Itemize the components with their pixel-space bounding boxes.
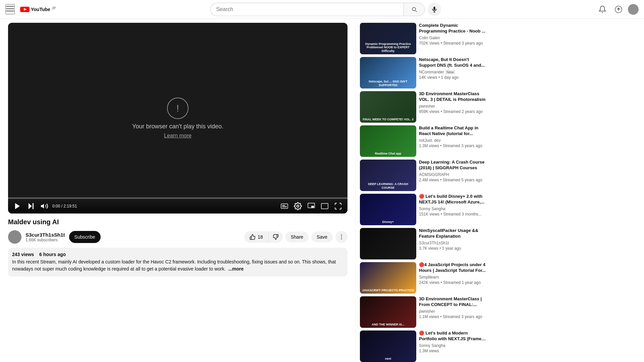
sidebar-thumbnail-3dfinal: AND THE WINNER IS... xyxy=(360,296,416,328)
like-button[interactable]: 18 xyxy=(244,231,269,243)
sidebar-thumbnail-jsprojects: JAVASCRIPT PROJECTS PRACTICE xyxy=(360,262,416,294)
svg-rect-2 xyxy=(6,11,14,11)
theater-icon xyxy=(321,202,329,210)
save-button[interactable]: Save xyxy=(311,232,333,242)
thumbnail-label-realtime: Realtime Chat app xyxy=(361,152,415,156)
search-input[interactable] xyxy=(210,3,404,16)
channel-info: S3cur3Th1sSh1t 1.66K subscribers xyxy=(25,232,65,242)
dislike-button[interactable] xyxy=(269,231,283,243)
subscribe-button[interactable]: Subscribe xyxy=(69,231,101,243)
video-title: Maldev using AI xyxy=(8,218,347,226)
microphone-icon xyxy=(431,6,438,13)
sidebar-channel-jsprojects: Simplilearn xyxy=(419,275,486,280)
sidebar-info-portfolio: 🔴 Let's build a Modern Portfolio with NE… xyxy=(419,330,486,362)
thumbnail-label-deeplearning: DEEP LEARNING: A CRASH COURSE xyxy=(361,182,415,190)
sidebar-meta-jsprojects: 242K views • Streamed 1 year ago xyxy=(419,280,486,285)
settings-button[interactable] xyxy=(292,201,303,212)
avatar-button[interactable] xyxy=(628,4,639,15)
description-content: In this recent Stream, mainly AI develop… xyxy=(12,259,336,272)
sidebar-channel-3denv: pwnisher xyxy=(419,104,486,109)
sidebar-info-disney: 🔴 Let's build Disney+ 2.0 with NEXT.JS 1… xyxy=(419,194,486,225)
sidebar-title-jsprojects: 🔴4 JavaScript Projects under 4 Hours | J… xyxy=(419,262,486,274)
sidebar-meta-deeplearning: 2.4M views • Streamed 5 years ago xyxy=(419,178,486,182)
voice-search-button[interactable] xyxy=(428,3,441,16)
fullscreen-button[interactable] xyxy=(333,201,343,212)
svg-marker-14 xyxy=(41,204,44,208)
sidebar-thumbnail-portfolio: next xyxy=(360,330,416,362)
description-more[interactable]: ...more xyxy=(228,266,244,272)
notifications-button[interactable] xyxy=(596,3,609,16)
sidebar-item-3dfinal[interactable]: AND THE WINNER IS...3D Environment Maste… xyxy=(360,296,486,328)
sidebar-meta-disney: 151K views • Streamed 3 months... xyxy=(419,212,486,217)
thumbnail-label-3dfinal: AND THE WINNER IS... xyxy=(361,323,415,326)
sidebar-item-nimsyscall[interactable]: NimSyscallPacker Usage && Feature Explan… xyxy=(360,228,486,259)
youtube-logo[interactable]: YouTube JP xyxy=(20,6,56,13)
sidebar-item-realtime[interactable]: Realtime Chat appBuild a Realtime Chat A… xyxy=(360,125,486,157)
fullscreen-icon xyxy=(334,202,342,210)
sidebar-meta-realtime: 1.3M views • Streamed 3 years ago xyxy=(419,143,486,148)
thumbs-down-icon xyxy=(273,234,279,240)
sidebar-item-deeplearning[interactable]: DEEP LEARNING: A CRASH COURSEDeep Learni… xyxy=(360,160,486,191)
play-icon xyxy=(13,202,21,210)
video-error-icon: ! xyxy=(167,98,189,119)
sidebar-channel-3dfinal: pwnisher xyxy=(419,309,486,314)
play-button[interactable] xyxy=(12,201,23,212)
subtitles-toggle[interactable] xyxy=(279,201,290,212)
learn-more-link[interactable]: Learn more xyxy=(164,133,192,139)
header-left: YouTube JP xyxy=(5,4,56,14)
sidebar-item-portfolio[interactable]: next🔴 Let's build a Modern Portfolio wit… xyxy=(360,330,486,362)
sidebar-meta-nimsyscall: 3.7K views • 1 year ago xyxy=(419,246,486,251)
sidebar-channel-nimsyscall: S3cur3Th1sSh1t xyxy=(419,241,486,245)
sidebar-info-realtime: Build a Realtime Chat App in React Nativ… xyxy=(419,125,486,157)
description-box: 243 views 6 hours ago In this recent Str… xyxy=(8,248,347,277)
hamburger-button[interactable] xyxy=(5,4,15,14)
sidebar-item-3denv[interactable]: FINAL WEEK TO COMPETE! VOL. 33D Environm… xyxy=(360,91,486,123)
svg-rect-6 xyxy=(434,6,435,10)
thumbnail-label-jsprojects: JAVASCRIPT PROJECTS PRACTICE xyxy=(361,289,415,292)
sidebar-channel-realtime: notJust. dev xyxy=(419,138,486,143)
header: YouTube JP xyxy=(0,0,644,19)
svg-rect-13 xyxy=(33,203,34,209)
thumbs-up-icon xyxy=(250,234,256,240)
more-actions-button[interactable] xyxy=(335,231,347,243)
thumbnail-label-disney: Disney+ xyxy=(361,220,415,224)
channel-name[interactable]: S3cur3Th1sSh1t xyxy=(25,232,65,238)
upload-button[interactable] xyxy=(612,3,625,16)
theater-button[interactable] xyxy=(319,201,330,212)
volume-button[interactable] xyxy=(39,201,50,212)
sidebar-meta-netscape: 14K views • 1 day ago xyxy=(419,75,486,80)
sidebar-item-dp[interactable]: Dynamic Programming Practice Problemset … xyxy=(360,23,486,54)
svg-rect-21 xyxy=(321,203,328,209)
sidebar-title-disney: 🔴 Let's build Disney+ 2.0 with NEXT.JS 1… xyxy=(419,194,486,205)
video-info: Maldev using AI S3cur3Th1sSh1t 1.66K sub… xyxy=(8,214,347,281)
sidebar-thumbnail-netscape: Netscape, but ... DNS ISN'T SUPPORTED xyxy=(360,57,416,88)
sidebar-item-jsprojects[interactable]: JAVASCRIPT PROJECTS PRACTICE🔴4 JavaScrip… xyxy=(360,262,486,294)
share-button[interactable]: Share xyxy=(285,232,309,242)
sidebar-meta-dp: 702K views • Streamed 3 years ago xyxy=(419,41,486,46)
sidebar-info-netscape: Netscape, But It Doesn't Support DNS (ft… xyxy=(419,57,486,88)
like-count: 18 xyxy=(258,234,263,240)
new-badge-netscape: New xyxy=(445,70,455,74)
view-count: 243 views xyxy=(12,252,34,257)
sidebar-thumbnail-disney: Disney+ xyxy=(360,194,416,225)
video-area: ! Your browser can't play this video. Le… xyxy=(8,23,347,214)
thumbnail-label-netscape: Netscape, but ... DNS ISN'T SUPPORTED xyxy=(361,80,415,87)
sidebar-meta-portfolio: 1.3M views xyxy=(419,349,486,353)
main-content: ! Your browser can't play this video. Le… xyxy=(0,19,356,362)
sidebar-info-jsprojects: 🔴4 JavaScript Projects under 4 Hours | J… xyxy=(419,262,486,294)
sidebar-thumbnail-dp: Dynamic Programming Practice Problemset … xyxy=(360,23,416,54)
svg-text:YouTube: YouTube xyxy=(31,7,50,12)
hamburger-icon xyxy=(6,9,14,14)
sidebar-channel-disney: Sonny Sangha xyxy=(419,206,486,211)
sidebar-item-disney[interactable]: Disney+🔴 Let's build Disney+ 2.0 with NE… xyxy=(360,194,486,225)
sidebar-item-netscape[interactable]: Netscape, but ... DNS ISN'T SUPPORTEDNet… xyxy=(360,57,486,88)
next-button[interactable] xyxy=(25,201,36,212)
sidebar-thumbnail-realtime: Realtime Chat app xyxy=(360,125,416,157)
sidebar-title-portfolio: 🔴 Let's build a Modern Portfolio with NE… xyxy=(419,330,486,342)
miniplayer-button[interactable] xyxy=(306,201,317,212)
header-right xyxy=(596,3,639,16)
sidebar-channel-netscape: NCommander New xyxy=(419,70,486,74)
search-button[interactable] xyxy=(404,3,425,16)
svg-point-18 xyxy=(297,205,299,207)
sidebar: Dynamic Programming Practice Problemset … xyxy=(356,19,490,362)
